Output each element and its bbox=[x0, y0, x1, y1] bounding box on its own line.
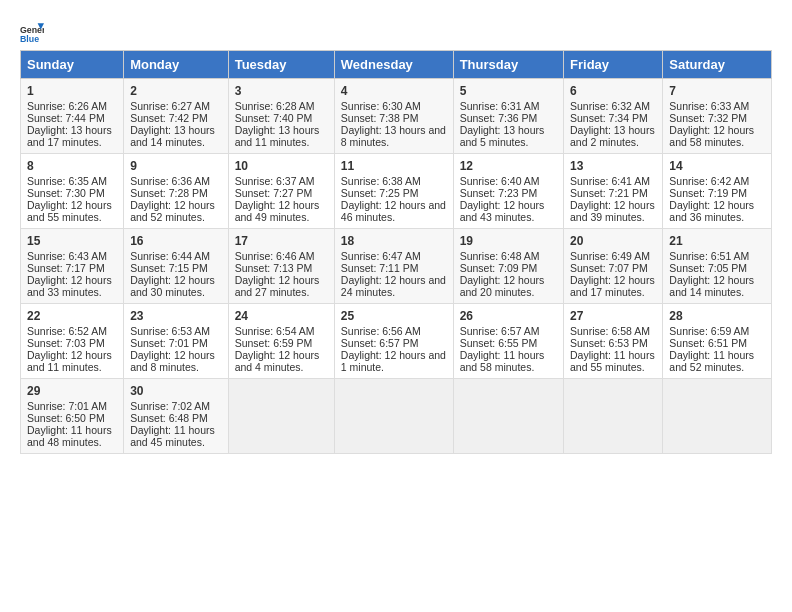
sunset: Sunset: 7:09 PM bbox=[460, 262, 538, 274]
calendar-cell: 22Sunrise: 6:52 AMSunset: 7:03 PMDayligh… bbox=[21, 304, 124, 379]
sunrise: Sunrise: 6:47 AM bbox=[341, 250, 421, 262]
week-row-3: 15Sunrise: 6:43 AMSunset: 7:17 PMDayligh… bbox=[21, 229, 772, 304]
daylight: Daylight: 11 hours and 45 minutes. bbox=[130, 424, 215, 448]
calendar-cell: 13Sunrise: 6:41 AMSunset: 7:21 PMDayligh… bbox=[564, 154, 663, 229]
calendar-cell: 16Sunrise: 6:44 AMSunset: 7:15 PMDayligh… bbox=[124, 229, 229, 304]
calendar-table: SundayMondayTuesdayWednesdayThursdayFrid… bbox=[20, 50, 772, 454]
calendar-cell: 4Sunrise: 6:30 AMSunset: 7:38 PMDaylight… bbox=[334, 79, 453, 154]
sunset: Sunset: 7:40 PM bbox=[235, 112, 313, 124]
week-row-4: 22Sunrise: 6:52 AMSunset: 7:03 PMDayligh… bbox=[21, 304, 772, 379]
day-number: 30 bbox=[130, 384, 222, 398]
daylight: Daylight: 12 hours and 58 minutes. bbox=[669, 124, 754, 148]
sunrise: Sunrise: 6:58 AM bbox=[570, 325, 650, 337]
day-number: 27 bbox=[570, 309, 656, 323]
daylight: Daylight: 12 hours and 24 minutes. bbox=[341, 274, 446, 298]
calendar-cell: 14Sunrise: 6:42 AMSunset: 7:19 PMDayligh… bbox=[663, 154, 772, 229]
calendar-cell: 6Sunrise: 6:32 AMSunset: 7:34 PMDaylight… bbox=[564, 79, 663, 154]
sunset: Sunset: 7:25 PM bbox=[341, 187, 419, 199]
daylight: Daylight: 13 hours and 2 minutes. bbox=[570, 124, 655, 148]
sunset: Sunset: 7:01 PM bbox=[130, 337, 208, 349]
day-number: 28 bbox=[669, 309, 765, 323]
week-row-2: 8Sunrise: 6:35 AMSunset: 7:30 PMDaylight… bbox=[21, 154, 772, 229]
week-row-5: 29Sunrise: 7:01 AMSunset: 6:50 PMDayligh… bbox=[21, 379, 772, 454]
sunrise: Sunrise: 7:02 AM bbox=[130, 400, 210, 412]
daylight: Daylight: 11 hours and 52 minutes. bbox=[669, 349, 754, 373]
sunrise: Sunrise: 6:42 AM bbox=[669, 175, 749, 187]
sunrise: Sunrise: 6:38 AM bbox=[341, 175, 421, 187]
sunset: Sunset: 7:07 PM bbox=[570, 262, 648, 274]
day-number: 4 bbox=[341, 84, 447, 98]
day-number: 5 bbox=[460, 84, 557, 98]
daylight: Daylight: 13 hours and 17 minutes. bbox=[27, 124, 112, 148]
day-number: 11 bbox=[341, 159, 447, 173]
sunrise: Sunrise: 6:57 AM bbox=[460, 325, 540, 337]
sunrise: Sunrise: 6:37 AM bbox=[235, 175, 315, 187]
sunset: Sunset: 6:50 PM bbox=[27, 412, 105, 424]
sunrise: Sunrise: 6:59 AM bbox=[669, 325, 749, 337]
sunrise: Sunrise: 6:52 AM bbox=[27, 325, 107, 337]
sunset: Sunset: 7:11 PM bbox=[341, 262, 419, 274]
day-number: 19 bbox=[460, 234, 557, 248]
col-header-monday: Monday bbox=[124, 51, 229, 79]
calendar-cell: 30Sunrise: 7:02 AMSunset: 6:48 PMDayligh… bbox=[124, 379, 229, 454]
calendar-cell: 10Sunrise: 6:37 AMSunset: 7:27 PMDayligh… bbox=[228, 154, 334, 229]
day-number: 3 bbox=[235, 84, 328, 98]
sunset: Sunset: 6:57 PM bbox=[341, 337, 419, 349]
calendar-cell: 15Sunrise: 6:43 AMSunset: 7:17 PMDayligh… bbox=[21, 229, 124, 304]
sunset: Sunset: 7:21 PM bbox=[570, 187, 648, 199]
calendar-cell bbox=[663, 379, 772, 454]
sunset: Sunset: 7:36 PM bbox=[460, 112, 538, 124]
sunset: Sunset: 7:44 PM bbox=[27, 112, 105, 124]
calendar-cell bbox=[453, 379, 563, 454]
daylight: Daylight: 12 hours and 1 minute. bbox=[341, 349, 446, 373]
calendar-cell: 1Sunrise: 6:26 AMSunset: 7:44 PMDaylight… bbox=[21, 79, 124, 154]
calendar-cell: 26Sunrise: 6:57 AMSunset: 6:55 PMDayligh… bbox=[453, 304, 563, 379]
day-number: 12 bbox=[460, 159, 557, 173]
day-number: 13 bbox=[570, 159, 656, 173]
sunset: Sunset: 7:15 PM bbox=[130, 262, 208, 274]
calendar-cell: 25Sunrise: 6:56 AMSunset: 6:57 PMDayligh… bbox=[334, 304, 453, 379]
sunrise: Sunrise: 6:32 AM bbox=[570, 100, 650, 112]
day-number: 29 bbox=[27, 384, 117, 398]
col-header-saturday: Saturday bbox=[663, 51, 772, 79]
calendar-cell: 12Sunrise: 6:40 AMSunset: 7:23 PMDayligh… bbox=[453, 154, 563, 229]
daylight: Daylight: 13 hours and 11 minutes. bbox=[235, 124, 320, 148]
sunrise: Sunrise: 7:01 AM bbox=[27, 400, 107, 412]
sunset: Sunset: 6:55 PM bbox=[460, 337, 538, 349]
calendar-cell bbox=[334, 379, 453, 454]
calendar-cell: 20Sunrise: 6:49 AMSunset: 7:07 PMDayligh… bbox=[564, 229, 663, 304]
col-header-wednesday: Wednesday bbox=[334, 51, 453, 79]
day-number: 26 bbox=[460, 309, 557, 323]
sunset: Sunset: 7:03 PM bbox=[27, 337, 105, 349]
daylight: Daylight: 12 hours and 14 minutes. bbox=[669, 274, 754, 298]
daylight: Daylight: 13 hours and 14 minutes. bbox=[130, 124, 215, 148]
daylight: Daylight: 12 hours and 46 minutes. bbox=[341, 199, 446, 223]
sunrise: Sunrise: 6:31 AM bbox=[460, 100, 540, 112]
daylight: Daylight: 11 hours and 48 minutes. bbox=[27, 424, 112, 448]
day-number: 10 bbox=[235, 159, 328, 173]
calendar-cell: 29Sunrise: 7:01 AMSunset: 6:50 PMDayligh… bbox=[21, 379, 124, 454]
sunrise: Sunrise: 6:51 AM bbox=[669, 250, 749, 262]
daylight: Daylight: 12 hours and 11 minutes. bbox=[27, 349, 112, 373]
day-number: 2 bbox=[130, 84, 222, 98]
sunrise: Sunrise: 6:41 AM bbox=[570, 175, 650, 187]
sunset: Sunset: 7:30 PM bbox=[27, 187, 105, 199]
calendar-cell: 28Sunrise: 6:59 AMSunset: 6:51 PMDayligh… bbox=[663, 304, 772, 379]
day-number: 20 bbox=[570, 234, 656, 248]
calendar-cell: 7Sunrise: 6:33 AMSunset: 7:32 PMDaylight… bbox=[663, 79, 772, 154]
daylight: Daylight: 12 hours and 33 minutes. bbox=[27, 274, 112, 298]
sunrise: Sunrise: 6:56 AM bbox=[341, 325, 421, 337]
daylight: Daylight: 12 hours and 49 minutes. bbox=[235, 199, 320, 223]
calendar-cell: 9Sunrise: 6:36 AMSunset: 7:28 PMDaylight… bbox=[124, 154, 229, 229]
sunset: Sunset: 7:38 PM bbox=[341, 112, 419, 124]
col-header-sunday: Sunday bbox=[21, 51, 124, 79]
daylight: Daylight: 13 hours and 5 minutes. bbox=[460, 124, 545, 148]
sunset: Sunset: 6:51 PM bbox=[669, 337, 747, 349]
daylight: Daylight: 12 hours and 4 minutes. bbox=[235, 349, 320, 373]
col-header-friday: Friday bbox=[564, 51, 663, 79]
sunrise: Sunrise: 6:46 AM bbox=[235, 250, 315, 262]
sunrise: Sunrise: 6:53 AM bbox=[130, 325, 210, 337]
calendar-cell: 18Sunrise: 6:47 AMSunset: 7:11 PMDayligh… bbox=[334, 229, 453, 304]
sunset: Sunset: 7:32 PM bbox=[669, 112, 747, 124]
daylight: Daylight: 12 hours and 8 minutes. bbox=[130, 349, 215, 373]
